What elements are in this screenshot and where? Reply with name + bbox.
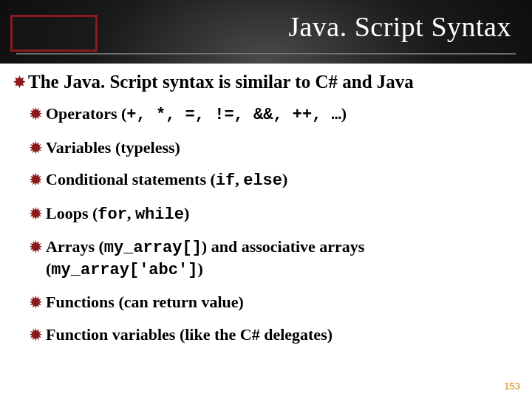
code-text: for	[98, 205, 127, 224]
list-item: ✹ Loops (for, while)	[13, 203, 519, 225]
sub-text: ,	[127, 204, 135, 222]
code-text: my_array['abc']	[51, 261, 197, 279]
code-text: if	[216, 171, 235, 190]
sub-text: ,	[235, 170, 243, 188]
list-item: ✹ Function variables (like the C# delega…	[13, 324, 519, 345]
star-icon: ✹	[30, 205, 42, 223]
star-icon: ✹	[30, 238, 42, 256]
sub-text: )	[197, 259, 202, 278]
sub-text: Functions (can return value)	[46, 293, 244, 311]
title-underline	[16, 53, 516, 55]
sub-text: Arrays (	[46, 237, 104, 256]
sub-text: Function variables (like the C# delegate…	[46, 325, 332, 344]
sub-text: Conditional statements (	[46, 170, 216, 188]
star-icon: ✹	[30, 326, 42, 344]
main-bullet: ✸ The Java. Script syntax is similar to …	[13, 71, 519, 93]
list-item: ✹ Operators (+, *, =, !=, &&, ++, …)	[13, 103, 519, 126]
code-text: while	[135, 205, 184, 224]
sub-text: Operators (	[46, 104, 126, 123]
sub-text: Loops (	[46, 204, 98, 222]
star-icon: ✹	[30, 171, 42, 189]
star-icon: ✹	[30, 105, 42, 123]
sub-text: )	[282, 170, 287, 188]
page-number: 153	[504, 381, 520, 392]
slide-title: Java. Script Syntax	[288, 10, 511, 43]
code-text: my_array[]	[104, 239, 202, 257]
sub-text: )	[184, 204, 189, 222]
star-icon: ✸	[13, 73, 26, 91]
list-item: ✹ Functions (can return value)	[13, 292, 519, 313]
list-item: ✹ Arrays (my_array[]) and associative ar…	[13, 236, 519, 280]
logo-placeholder	[10, 15, 98, 52]
list-item: ✹ Variables (typeless)	[13, 137, 519, 158]
main-bullet-text: The Java. Script syntax is similar to C#…	[28, 72, 414, 92]
content-area: ✸ The Java. Script syntax is similar to …	[0, 64, 532, 399]
star-icon: ✹	[30, 139, 42, 157]
header-area: Java. Script Syntax	[0, 0, 532, 71]
star-icon: ✹	[30, 293, 42, 312]
code-text: else	[243, 171, 282, 190]
sub-text: Variables (typeless)	[46, 138, 180, 157]
code-text: +, *, =, !=, &&, ++, …	[126, 106, 341, 124]
list-item: ✹ Conditional statements (if, else)	[13, 169, 519, 191]
sub-text: )	[341, 104, 347, 123]
